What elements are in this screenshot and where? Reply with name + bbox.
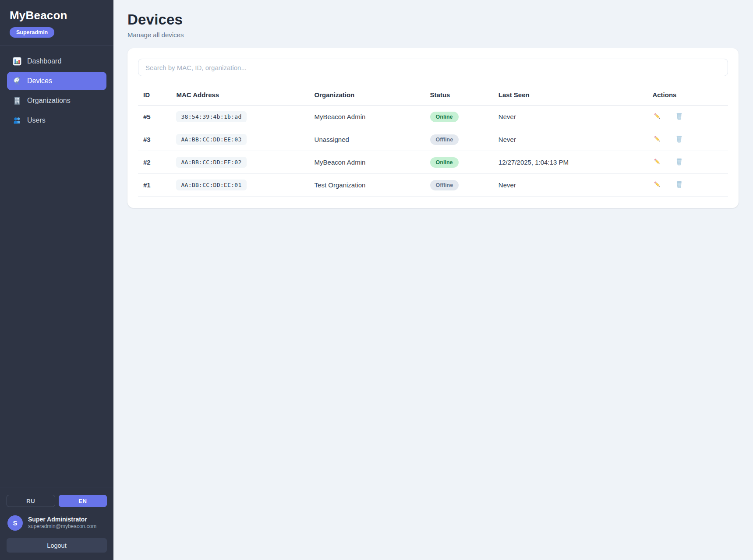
sidebar-bottom: RU EN S Super Administrator superadmin@m… xyxy=(0,487,113,560)
last-seen: Never xyxy=(493,128,647,151)
column-header-id: ID xyxy=(138,86,171,106)
role-badge: Superadmin xyxy=(10,27,54,38)
sidebar-item-organizations[interactable]: Organizations xyxy=(7,92,106,110)
sidebar-item-label: Dashboard xyxy=(27,57,61,65)
mac-address: AA:BB:CC:DD:EE:03 xyxy=(176,134,246,145)
language-ru-button[interactable]: RU xyxy=(7,495,55,507)
logo-block: MyBeacon Superadmin xyxy=(0,0,113,46)
table-row: #2 AA:BB:CC:DD:EE:02 MyBeacon Admin Onli… xyxy=(138,151,728,174)
avatar: S xyxy=(7,515,23,531)
logout-button[interactable]: Logout xyxy=(7,538,107,553)
column-header-organization: Organization xyxy=(309,86,425,106)
devices-card: ID MAC Address Organization Status Last … xyxy=(127,48,739,208)
last-seen: 12/27/2025, 1:04:13 PM xyxy=(493,151,647,174)
last-seen: Never xyxy=(493,106,647,128)
last-seen: Never xyxy=(493,174,647,197)
device-id: #1 xyxy=(138,174,171,197)
page-subtitle: Manage all devices xyxy=(127,31,739,39)
sidebar-item-label: Users xyxy=(27,116,46,124)
sidebar-item-label: Organizations xyxy=(27,97,71,105)
status-badge: Offline xyxy=(430,180,459,190)
page-title: Devices xyxy=(127,11,739,28)
trash-icon xyxy=(675,112,683,122)
bar-chart-icon xyxy=(13,57,21,66)
edit-pencil-icon xyxy=(653,158,661,167)
trash-icon xyxy=(675,135,683,144)
mac-address: 38:54:39:4b:1b:ad xyxy=(176,111,246,122)
device-id: #3 xyxy=(138,128,171,151)
building-icon xyxy=(13,96,21,105)
edit-pencil-icon xyxy=(653,112,661,122)
language-switcher: RU EN xyxy=(7,495,107,507)
edit-pencil-icon xyxy=(653,180,661,190)
search-input[interactable] xyxy=(138,59,728,76)
table-row: #3 AA:BB:CC:DD:EE:03 Unassigned Offline … xyxy=(138,128,728,151)
edit-device-button[interactable] xyxy=(652,134,662,145)
app-root: MyBeacon Superadmin Dashboard Devices xyxy=(0,0,753,560)
app-title: MyBeacon xyxy=(10,9,104,22)
edit-device-button[interactable] xyxy=(652,180,662,191)
trash-icon xyxy=(675,180,683,190)
table-row: #5 38:54:39:4b:1b:ad MyBeacon Admin Onli… xyxy=(138,106,728,128)
trash-icon xyxy=(675,158,683,167)
user-name: Super Administrator xyxy=(28,516,96,524)
sidebar: MyBeacon Superadmin Dashboard Devices xyxy=(0,0,113,560)
sidebar-item-dashboard[interactable]: Dashboard xyxy=(7,52,106,70)
table-header-row: ID MAC Address Organization Status Last … xyxy=(138,86,728,106)
satellite-icon xyxy=(13,77,21,85)
mac-address: AA:BB:CC:DD:EE:01 xyxy=(176,180,246,190)
edit-device-button[interactable] xyxy=(652,111,662,123)
column-header-mac: MAC Address xyxy=(171,86,309,106)
devices-table: ID MAC Address Organization Status Last … xyxy=(138,86,728,197)
sidebar-item-users[interactable]: Users xyxy=(7,111,106,130)
language-en-button[interactable]: EN xyxy=(59,495,107,507)
sidebar-item-devices[interactable]: Devices xyxy=(7,72,106,90)
device-id: #5 xyxy=(138,106,171,128)
device-organization: Test Organization xyxy=(309,174,425,197)
column-header-actions: Actions xyxy=(647,86,728,106)
status-badge: Online xyxy=(430,112,459,122)
column-header-status: Status xyxy=(425,86,493,106)
edit-device-button[interactable] xyxy=(652,157,662,168)
delete-device-button[interactable] xyxy=(674,134,684,145)
column-header-last-seen: Last Seen xyxy=(493,86,647,106)
sidebar-item-label: Devices xyxy=(27,77,52,85)
delete-device-button[interactable] xyxy=(674,111,684,123)
sidebar-nav: Dashboard Devices Organizations Users xyxy=(0,46,113,136)
mac-address: AA:BB:CC:DD:EE:02 xyxy=(176,157,246,168)
status-badge: Online xyxy=(430,157,459,168)
user-email: superadmin@mybeacon.com xyxy=(28,523,96,530)
main-content: Devices Manage all devices ID MAC Addres… xyxy=(113,0,753,560)
edit-pencil-icon xyxy=(653,135,661,144)
device-organization: Unassigned xyxy=(309,128,425,151)
table-row: #1 AA:BB:CC:DD:EE:01 Test Organization O… xyxy=(138,174,728,197)
users-icon xyxy=(13,116,21,125)
status-badge: Offline xyxy=(430,134,459,145)
device-organization: MyBeacon Admin xyxy=(309,151,425,174)
delete-device-button[interactable] xyxy=(674,180,684,191)
user-profile: S Super Administrator superadmin@mybeaco… xyxy=(7,515,106,531)
device-organization: MyBeacon Admin xyxy=(309,106,425,128)
device-id: #2 xyxy=(138,151,171,174)
delete-device-button[interactable] xyxy=(674,157,684,168)
